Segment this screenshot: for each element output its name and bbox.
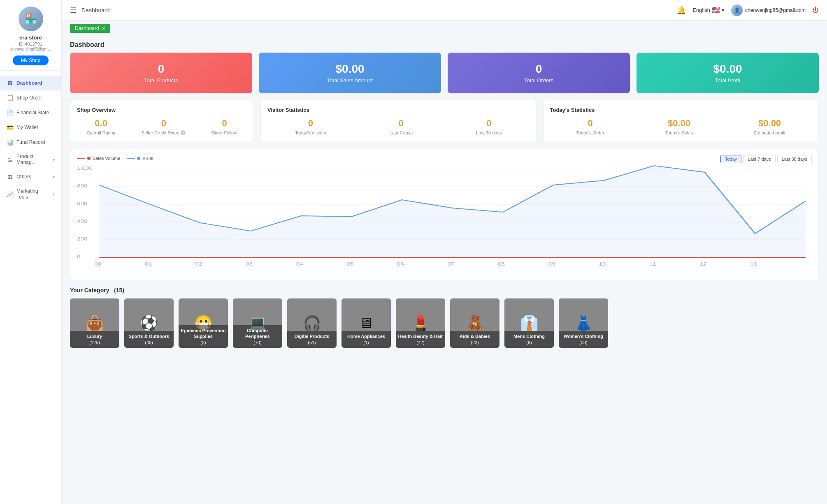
today-order-item: 0 Today's Order — [576, 118, 604, 135]
financial-state-icon: 📄 — [7, 109, 13, 116]
svg-text:400: 400 — [77, 219, 87, 224]
sidebar-item-financial-state[interactable]: 📄 Financial State... — [0, 105, 61, 120]
svg-text:01: 01 — [145, 262, 152, 267]
svg-text:13: 13 — [750, 262, 757, 267]
today-sales-value: $0.00 — [665, 118, 693, 129]
breadcrumb-label: Dashboard — [75, 25, 99, 31]
category-overlay-appliances: Home Appliances (1) — [341, 331, 391, 348]
today-order-label: Today's Order — [576, 130, 604, 135]
sidebar-item-dashboard[interactable]: ⊞ Dashboard — [0, 76, 61, 90]
category-card-sports[interactable]: ⚽ Sports & Outdoors (40) — [124, 298, 174, 348]
svg-text:800: 800 — [77, 184, 87, 189]
category-card-luxury[interactable]: 👜 Luxury (125) — [70, 298, 119, 348]
last-30-days-label: Last 30 days — [476, 130, 502, 135]
visits-line-icon — [127, 158, 135, 159]
legend-visits: Visits — [127, 156, 153, 161]
category-overlay-sports: Sports & Outdoors (40) — [124, 331, 174, 348]
stat-card-total-orders: 0 Total Orders — [448, 53, 630, 93]
seller-credit-value: 0 — [142, 118, 186, 129]
sidebar-item-label: Others — [16, 174, 49, 180]
my-shop-button[interactable]: My Shop — [13, 55, 49, 65]
chevron-icon: ▾ — [53, 175, 55, 179]
stat-label: Total Products — [144, 77, 178, 83]
legend-sales-label: Sales Volume — [93, 156, 120, 161]
language-label: English — [692, 7, 710, 13]
visitor-stats-title: Visitor Statistics — [267, 107, 530, 113]
svg-text:600: 600 — [77, 201, 87, 206]
category-card-womens[interactable]: 👗 Women's Clothing (33) — [559, 298, 608, 348]
category-card-health[interactable]: 💄 Health Beauty & Hair (42) — [396, 298, 445, 348]
notification-bell-icon[interactable]: 🔔 — [677, 6, 686, 15]
sidebar-item-others[interactable]: ⊞ Others ▾ — [0, 169, 61, 184]
chart-7days-button[interactable]: Last 7 days — [743, 155, 775, 163]
sidebar-item-shop-order[interactable]: 📋 Shop Order — [0, 90, 61, 105]
today-order-value: 0 — [576, 118, 604, 129]
sidebar-nav: ⊞ Dashboard 📋 Shop Order 📄 Financial Sta… — [0, 76, 61, 204]
dashboard-content: Dashboard 0 Total Products $0.00 Total S… — [62, 36, 827, 359]
category-count: (42) — [397, 340, 444, 345]
category-card-appliances[interactable]: 🖥 Home Appliances (1) — [341, 298, 391, 348]
language-selector[interactable]: English 🇺🇸 ▾ — [692, 6, 725, 14]
svg-text:05: 05 — [346, 262, 353, 267]
category-overlay-luxury: Luxury (125) — [70, 331, 119, 348]
svg-marker-12 — [99, 166, 805, 257]
store-id: ID 4012791 — [19, 42, 42, 46]
breadcrumb-tab[interactable]: Dashboard ✕ — [70, 24, 110, 33]
menu-icon[interactable]: ☰ — [70, 6, 77, 15]
category-count: (9) — [506, 340, 552, 345]
sidebar-item-my-wallet[interactable]: 💳 My Wallet — [0, 120, 61, 135]
svg-text:04: 04 — [296, 262, 303, 267]
category-name: Computer Peripherals — [235, 328, 281, 340]
sidebar-item-label: Fund Record — [16, 139, 55, 145]
category-card-mens[interactable]: 👔 Mens Clothing (9) — [504, 298, 554, 348]
svg-text:10: 10 — [599, 262, 606, 267]
category-card-digital[interactable]: 🎧 Digital Products (51) — [287, 298, 337, 348]
visits-dot-icon — [137, 157, 140, 160]
estimated-profit-value: $0.00 — [754, 118, 785, 129]
overall-rating-value: 0.0 — [87, 118, 116, 129]
svg-text:12: 12 — [700, 262, 707, 267]
store-follow-value: 0 — [212, 118, 237, 129]
chevron-icon: ▾ — [53, 192, 55, 197]
category-card-epidemic[interactable]: 😷 Epidemic Prevention Supplies (2) — [179, 298, 228, 348]
chart-today-button[interactable]: Today — [720, 155, 741, 163]
svg-text:02: 02 — [195, 262, 202, 267]
stat-value: $0.00 — [335, 62, 364, 76]
seller-credit-item: 0 Seller Credit Score i — [142, 118, 186, 135]
stat-label: Total Orders — [524, 77, 553, 83]
chart-panel: Sales Volume Visits Today Last 7 days La… — [70, 149, 819, 280]
stat-label: Total Profit — [715, 77, 740, 83]
sidebar-item-label: My Wallet — [16, 125, 55, 130]
category-card-computer[interactable]: 💻 Computer Peripherals (70) — [233, 298, 282, 348]
overall-rating-label: Overall Rating — [87, 130, 116, 135]
sidebar-item-label: Product Manag... — [16, 154, 49, 165]
sidebar-item-product-manage[interactable]: 🗂 Product Manag... ▾ — [0, 150, 61, 169]
sales-line-icon — [77, 158, 85, 159]
category-overlay-mens: Mens Clothing (9) — [504, 331, 554, 348]
logout-icon[interactable]: ⏻ — [812, 7, 819, 14]
category-card-kids[interactable]: 🧸 Kids & Babies (22) — [450, 298, 499, 348]
category-scroll[interactable]: 👜 Luxury (125) ⚽ Sports & Outdoors (40) … — [70, 298, 819, 351]
category-count: (70) — [235, 340, 281, 345]
stat-card-total-products: 0 Total Products — [70, 53, 252, 93]
stat-value: 0 — [158, 62, 165, 76]
sidebar-item-label: Financial State... — [16, 110, 55, 116]
dashboard-icon: ⊞ — [7, 80, 13, 86]
chart-legend: Sales Volume Visits — [77, 156, 812, 161]
last-7-days-item: 0 Last 7 days — [390, 118, 413, 135]
sidebar-item-label: Shop Order — [16, 95, 55, 101]
chart-30days-button[interactable]: Last 30 days — [777, 155, 812, 163]
sidebar-item-fund-record[interactable]: 📊 Fund Record — [0, 135, 61, 150]
dashboard-title: Dashboard — [70, 36, 819, 53]
category-name: Women's Clothing — [560, 333, 606, 339]
info-icon: i — [181, 130, 186, 135]
category-count: (2) — [180, 340, 226, 345]
avatar: 🏪 — [19, 7, 43, 31]
svg-text:06: 06 — [397, 262, 404, 267]
overall-rating-item: 0.0 Overall Rating — [87, 118, 116, 135]
breadcrumb-close-icon[interactable]: ✕ — [102, 26, 105, 31]
legend-visits-label: Visits — [142, 156, 153, 161]
sidebar-item-marketing-tools[interactable]: 📈 Marketing Tools ▾ — [0, 184, 61, 204]
user-profile[interactable]: 👤 chenwenjing85@gmail.com — [731, 5, 806, 16]
flag-icon: 🇺🇸 — [712, 6, 720, 14]
